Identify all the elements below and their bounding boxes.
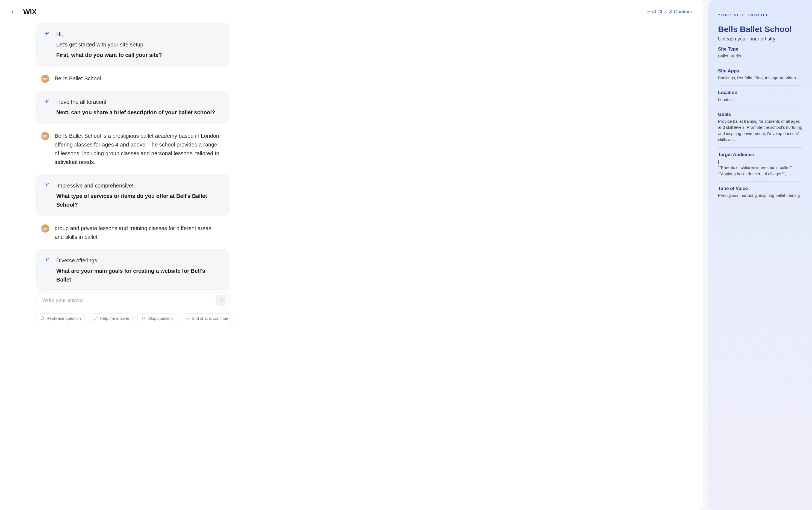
send-button[interactable] [215, 294, 227, 306]
back-button[interactable] [10, 9, 15, 15]
help-answer-button[interactable]: Help me answer [89, 313, 134, 323]
chevron-left-icon [11, 10, 14, 14]
profile-eyebrow: YOUR SITE PROFILE [718, 13, 802, 17]
section-label: Site Apps [718, 68, 802, 74]
sparkle-icon [44, 182, 50, 188]
profile-tagline: Unleash your inner artistry [718, 36, 802, 42]
message-line: Bell's Ballet School [55, 74, 221, 83]
message-line: Hi, [56, 30, 221, 38]
section-value: Bookings, Portfolio, Blog, Instagram, Vi… [718, 75, 802, 81]
wix-logo: WIX [23, 8, 37, 16]
profile-panel: YOUR SITE PROFILE Bells Ballet School Un… [708, 0, 812, 510]
profile-section-goals: Goals Provide ballet training for studen… [718, 107, 802, 147]
message-line: Impressive and comprehensive! [56, 181, 221, 190]
send-icon [219, 298, 224, 303]
message-body: Diverse offerings!What are your main goa… [56, 256, 221, 284]
main-chat-panel: WIX End Chat & Continue Hi,Let's get sta… [0, 0, 703, 510]
message-body: I love the alliteration!Next, can you sh… [56, 97, 221, 117]
ai-message: I love the alliteration!Next, can you sh… [35, 90, 230, 124]
chat-input-wrap [0, 292, 230, 308]
message-body: group and private lessons and training c… [55, 224, 221, 241]
message-line: Bell's Ballet School is a prestigious ba… [55, 132, 221, 166]
section-value: Ballet Studio [718, 53, 802, 59]
profile-section-location: Location London [718, 85, 802, 107]
message-line: Next, can you share a brief description … [56, 108, 221, 117]
ai-avatar [44, 99, 51, 106]
message-line: I love the alliteration! [56, 97, 221, 106]
user-message: Bell's Ballet School [35, 70, 230, 87]
ai-message: Hi,Let's get started with your site setu… [35, 23, 230, 66]
fade-overlay [0, 472, 703, 493]
profile-section-site-type: Site Type Ballet Studio [718, 42, 802, 64]
section-label: Location [718, 90, 802, 95]
message-body: Bell's Ballet School [55, 74, 221, 83]
end-chat-button[interactable]: End chat & continue [181, 313, 233, 323]
message-line: Let's get started with your site setup. [56, 40, 221, 49]
user-message: Bell's Ballet School is a prestigious ba… [35, 128, 230, 170]
section-label: Site Type [718, 47, 802, 52]
sparkle-icon [44, 257, 50, 263]
user-message: group and private lessons and training c… [35, 220, 230, 245]
skip-button[interactable]: Skip question [137, 313, 177, 323]
header-left: WIX [10, 8, 37, 16]
rephrase-label: Rephrase question [47, 316, 81, 320]
sparkle-icon [44, 31, 50, 37]
chat-area: Hi,Let's get started with your site setu… [0, 23, 230, 291]
message-body: Hi,Let's get started with your site setu… [56, 30, 221, 59]
section-value: Prestigious, nurturing, inspiring ballet… [718, 192, 802, 199]
section-value: London [718, 96, 802, 103]
header-divider [19, 9, 20, 15]
rephrase-button[interactable]: Rephrase question [35, 313, 86, 323]
ai-avatar [44, 31, 51, 38]
header-bar: WIX End Chat & Continue [0, 0, 703, 19]
profile-section-site-apps: Site Apps Bookings, Portfolio, Blog, Ins… [718, 64, 802, 86]
user-avatar [41, 132, 49, 140]
refresh-icon [40, 316, 44, 320]
section-label: Tone of Voice [718, 186, 802, 191]
user-avatar [41, 224, 49, 233]
end-chat-label: End chat & continue [192, 316, 228, 320]
section-label: Target Audience [718, 152, 802, 158]
message-body: Impressive and comprehensive!What type o… [56, 181, 221, 209]
end-chat-link[interactable]: End Chat & Continue [647, 9, 693, 15]
profile-section-tone: Tone of Voice Prestigious, nurturing, in… [718, 181, 802, 203]
section-value: Provide ballet training for students of … [718, 118, 802, 143]
ai-message: Diverse offerings!What are your main goa… [35, 249, 230, 291]
message-line: What are your main goals for creating a … [56, 266, 221, 284]
section-label: Goals [718, 112, 802, 117]
message-line: What type of services or items do you of… [56, 192, 221, 209]
skip-icon [142, 316, 146, 320]
user-avatar [41, 75, 49, 83]
ai-avatar [44, 257, 51, 264]
ai-message: Impressive and comprehensive!What type o… [35, 174, 230, 216]
chat-input-container [35, 292, 230, 308]
message-line: Diverse offerings! [56, 256, 221, 265]
help-answer-label: Help me answer [100, 316, 129, 320]
exit-icon [185, 316, 189, 320]
skip-label: Skip question [148, 316, 173, 320]
bottom-actions: Rephrase question Help me answer Skip qu… [0, 308, 703, 330]
chat-input[interactable] [42, 297, 215, 303]
wand-icon [93, 316, 97, 320]
profile-title: Bells Ballet School [718, 25, 802, 34]
message-line: First, what do you want to call your sit… [56, 51, 221, 59]
ai-avatar [44, 182, 51, 190]
message-body: Bell's Ballet School is a prestigious ba… [55, 132, 221, 166]
sparkle-icon [44, 99, 50, 105]
message-line: group and private lessons and training c… [55, 224, 221, 241]
profile-section-target-audience: Target Audience [ ""Parents of children … [718, 147, 802, 181]
section-value: [ ""Parents of children interested in ba… [718, 159, 802, 177]
